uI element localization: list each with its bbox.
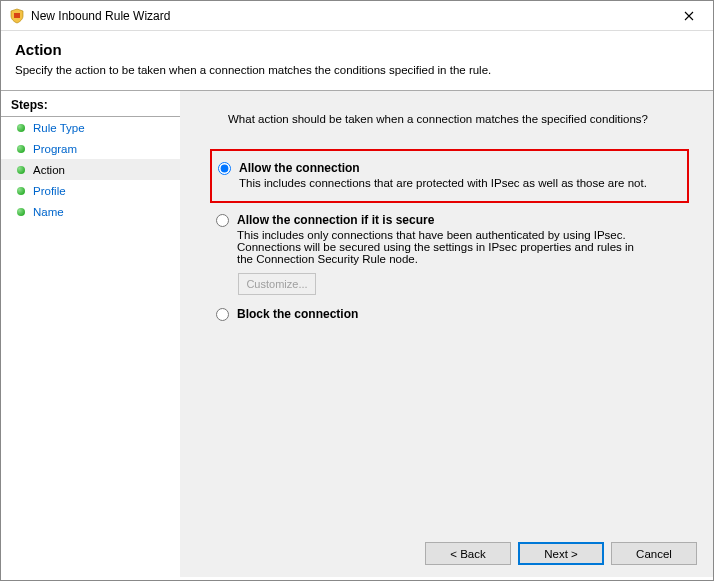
sidebar-item-label: Name: [33, 206, 64, 218]
shield-icon: [9, 8, 25, 24]
sidebar-item-label: Rule Type: [33, 122, 85, 134]
radio-option-block[interactable]: Block the connection: [212, 305, 689, 323]
radio-block[interactable]: [216, 308, 229, 321]
option-label: Block the connection: [237, 307, 358, 321]
page-subtitle: Specify the action to be taken when a co…: [15, 64, 699, 76]
option-label: Allow the connection: [239, 161, 647, 175]
radio-option-allow[interactable]: Allow the connection This includes conne…: [214, 159, 681, 191]
sidebar-item-label: Action: [33, 164, 65, 176]
wizard-steps-sidebar: Steps: Rule Type Program Action Profile …: [1, 91, 180, 577]
step-bullet-icon: [17, 208, 25, 216]
sidebar-step-profile[interactable]: Profile: [1, 180, 180, 201]
page-title: Action: [15, 41, 699, 58]
customize-button: Customize...: [238, 273, 316, 295]
sidebar-step-program[interactable]: Program: [1, 138, 180, 159]
wizard-footer: < Back Next > Cancel: [425, 542, 697, 565]
sidebar-step-action[interactable]: Action: [1, 159, 180, 180]
sidebar-item-label: Profile: [33, 185, 66, 197]
radio-option-allow-secure[interactable]: Allow the connection if it is secure Thi…: [212, 211, 689, 267]
window-title: New Inbound Rule Wizard: [31, 9, 170, 23]
step-bullet-icon: [17, 145, 25, 153]
highlighted-option: Allow the connection This includes conne…: [210, 149, 689, 203]
wizard-content: What action should be taken when a conne…: [180, 91, 713, 577]
option-label: Allow the connection if it is secure: [237, 213, 647, 227]
sidebar-step-name[interactable]: Name: [1, 201, 180, 222]
step-bullet-icon: [17, 124, 25, 132]
svg-rect-0: [14, 13, 20, 18]
wizard-header: Action Specify the action to be taken wh…: [1, 31, 713, 84]
step-bullet-icon: [17, 166, 25, 174]
close-button[interactable]: [667, 2, 711, 30]
sidebar-step-rule-type[interactable]: Rule Type: [1, 117, 180, 138]
option-description: This includes only connections that have…: [237, 229, 647, 265]
radio-allow[interactable]: [218, 162, 231, 175]
back-button[interactable]: < Back: [425, 542, 511, 565]
sidebar-heading: Steps:: [1, 96, 180, 117]
next-button[interactable]: Next >: [518, 542, 604, 565]
option-description: This includes connections that are prote…: [239, 177, 647, 189]
action-prompt: What action should be taken when a conne…: [212, 113, 689, 125]
sidebar-item-label: Program: [33, 143, 77, 155]
step-bullet-icon: [17, 187, 25, 195]
radio-allow-secure[interactable]: [216, 214, 229, 227]
titlebar: New Inbound Rule Wizard: [1, 1, 713, 31]
cancel-button[interactable]: Cancel: [611, 542, 697, 565]
